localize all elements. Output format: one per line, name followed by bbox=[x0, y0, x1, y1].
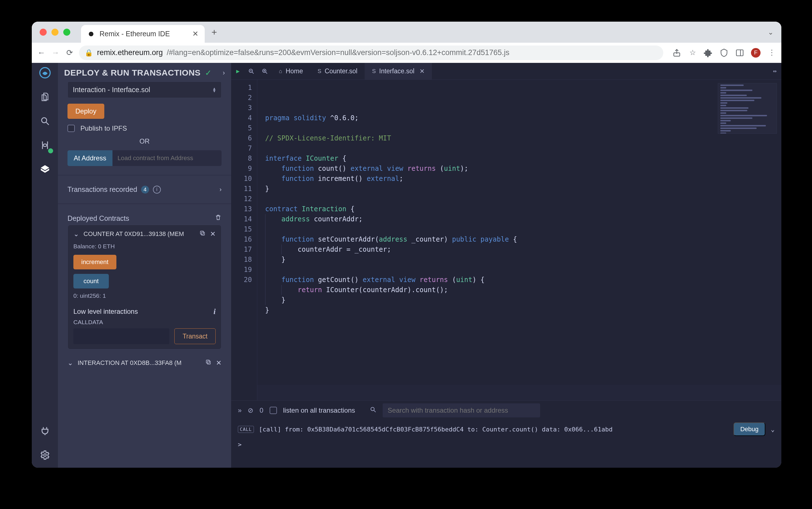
count-result: 0: uint256: 1 bbox=[73, 293, 216, 299]
tab-interface[interactable]: SInterface.sol✕ bbox=[365, 63, 432, 79]
clear-all-icon[interactable] bbox=[215, 214, 222, 223]
code-editor[interactable]: 1234567891011121314151617181920 pragma s… bbox=[231, 80, 781, 400]
chevron-down-icon[interactable]: ⌄ bbox=[67, 359, 73, 367]
svg-line-5 bbox=[46, 123, 49, 125]
browser-window: Remix - Ethereum IDE ✕ + ⌄ ← → ⟳ 🔒 remix… bbox=[32, 22, 781, 468]
svg-point-18 bbox=[371, 407, 374, 411]
browser-tab[interactable]: Remix - Ethereum IDE ✕ bbox=[81, 25, 205, 43]
url-path: /#lang=en&optimize=false&runs=200&evmVer… bbox=[167, 48, 509, 57]
solidity-file-icon: S bbox=[372, 68, 376, 74]
info-icon[interactable]: i bbox=[153, 186, 161, 194]
collapse-terminal-icon[interactable]: » bbox=[238, 406, 242, 414]
tab-title: Remix - Ethereum IDE bbox=[99, 30, 188, 38]
browser-tab-strip: Remix - Ethereum IDE ✕ + ⌄ bbox=[32, 22, 781, 43]
terminal-prompt[interactable]: > bbox=[238, 441, 775, 448]
deployed-contracts-title: Deployed Contracts bbox=[67, 214, 129, 223]
deploy-icon[interactable] bbox=[38, 163, 52, 176]
panel-expand-icon[interactable]: › bbox=[223, 69, 225, 77]
deployed-contracts-header: Deployed Contracts bbox=[67, 213, 222, 224]
tab-home[interactable]: ⌂Home bbox=[272, 63, 310, 79]
at-address-input[interactable] bbox=[113, 150, 222, 166]
tab-label: Counter.sol bbox=[325, 67, 357, 75]
count-button[interactable]: count bbox=[73, 274, 109, 289]
fullscreen-window-button[interactable] bbox=[63, 29, 70, 36]
side-panel: DEPLOY & RUN TRANSACTIONS ✓ › Interactio… bbox=[58, 63, 231, 468]
close-icon[interactable]: ✕ bbox=[216, 359, 222, 367]
transact-button[interactable]: Transact bbox=[174, 328, 216, 344]
close-icon[interactable]: ✕ bbox=[210, 230, 216, 238]
settings-icon[interactable] bbox=[38, 449, 52, 462]
calldata-label: CALLDATA bbox=[73, 319, 216, 326]
remix-logo-icon[interactable] bbox=[38, 66, 52, 79]
share-icon[interactable] bbox=[672, 48, 681, 57]
solidity-file-icon: S bbox=[317, 68, 321, 74]
plugin-manager-icon[interactable] bbox=[38, 425, 52, 437]
listen-checkbox[interactable] bbox=[270, 407, 277, 414]
kebab-menu-icon[interactable]: ⋮ bbox=[767, 48, 776, 57]
close-tab-icon[interactable]: ✕ bbox=[192, 30, 198, 38]
panel-body: Interaction - Interface.sol ▲▼ Deploy Pu… bbox=[58, 81, 231, 372]
address-bar[interactable]: 🔒 remix.ethereum.org/#lang=en&optimize=f… bbox=[79, 45, 663, 60]
star-icon[interactable]: ☆ bbox=[688, 48, 697, 57]
tx-recorded-section[interactable]: Transactions recorded 4 i › bbox=[67, 184, 222, 195]
close-tab-icon[interactable]: ✕ bbox=[419, 68, 425, 75]
run-script-icon[interactable]: ▶ bbox=[231, 65, 245, 78]
lock-icon: 🔒 bbox=[85, 49, 93, 57]
publish-ipfs-checkbox[interactable] bbox=[67, 125, 75, 132]
tx-count-badge: 4 bbox=[141, 186, 149, 194]
extensions-icon[interactable] bbox=[704, 48, 713, 57]
chevron-down-icon[interactable]: ⌄ bbox=[73, 230, 79, 238]
info-i-icon[interactable]: i bbox=[213, 307, 216, 316]
deploy-button[interactable]: Deploy bbox=[67, 104, 104, 119]
back-button[interactable]: ← bbox=[37, 48, 46, 57]
search-icon[interactable] bbox=[370, 406, 376, 415]
remix-favicon bbox=[87, 30, 95, 38]
close-window-button[interactable] bbox=[40, 29, 47, 36]
zoom-in-icon[interactable] bbox=[258, 65, 272, 78]
contract-card-counter: ⌄ COUNTER AT 0XD91...39138 (MEM ✕ Balanc… bbox=[67, 225, 222, 349]
select-arrows-icon: ▲▼ bbox=[212, 88, 216, 93]
copy-icon[interactable] bbox=[199, 230, 206, 238]
url-host: remix.ethereum.org bbox=[97, 48, 163, 57]
zoom-out-icon[interactable] bbox=[245, 65, 258, 78]
file-explorer-icon[interactable] bbox=[38, 91, 52, 103]
at-address-button[interactable]: At Address bbox=[67, 150, 113, 166]
remix-app: DEPLOY & RUN TRANSACTIONS ✓ › Interactio… bbox=[32, 63, 781, 468]
compiler-icon[interactable] bbox=[38, 139, 52, 152]
low-level-title: Low level interactions bbox=[73, 308, 138, 315]
profile-avatar[interactable]: F bbox=[751, 48, 760, 58]
brave-icon[interactable] bbox=[719, 48, 728, 57]
terminal-search-input[interactable] bbox=[383, 403, 540, 417]
check-icon: ✓ bbox=[205, 68, 212, 77]
chevron-right-icon[interactable]: › bbox=[220, 186, 222, 193]
terminal-toolbar: » ⊘ 0 listen on all transactions bbox=[231, 401, 781, 420]
search-icon[interactable] bbox=[38, 114, 52, 128]
forward-button[interactable]: → bbox=[51, 48, 60, 57]
copy-icon[interactable] bbox=[205, 359, 212, 367]
chevron-down-icon[interactable]: ⌄ bbox=[771, 426, 775, 433]
calldata-input[interactable] bbox=[73, 328, 169, 344]
svg-point-6 bbox=[43, 454, 46, 456]
minimize-window-button[interactable] bbox=[52, 29, 59, 36]
panel-header: DEPLOY & RUN TRANSACTIONS ✓ › bbox=[58, 63, 231, 81]
reload-button[interactable]: ⟳ bbox=[65, 48, 74, 57]
log-row[interactable]: CALL [call] from: 0x5B38Da6a701c568545dC… bbox=[238, 422, 775, 436]
increment-button[interactable]: increment bbox=[73, 255, 116, 269]
contract-card-interaction: ⌄ INTERACTION AT 0XD8B...33FA8 (M ✕ bbox=[67, 359, 222, 367]
debug-button[interactable]: Debug bbox=[733, 422, 765, 436]
contract-select[interactable]: Interaction - Interface.sol ▲▼ bbox=[67, 81, 222, 98]
clear-terminal-icon[interactable]: ⊘ bbox=[248, 406, 253, 414]
log-text: [call] from: 0x5B38Da6a701c568545dCfcB03… bbox=[259, 426, 613, 433]
tabs-menu-icon[interactable]: ⌄ bbox=[768, 28, 774, 36]
code-content[interactable]: pragma solidity ^0.6.0; // SPDX-License-… bbox=[257, 80, 781, 400]
svg-line-15 bbox=[266, 72, 267, 74]
tab-counter[interactable]: SCounter.sol bbox=[310, 63, 365, 79]
svg-rect-9 bbox=[207, 361, 210, 364]
tab-label: Interface.sol bbox=[379, 67, 414, 75]
new-tab-button[interactable]: + bbox=[212, 27, 217, 38]
home-icon: ⌂ bbox=[279, 68, 282, 74]
sidepanel-icon[interactable] bbox=[735, 48, 744, 57]
line-gutter: 1234567891011121314151617181920 bbox=[231, 80, 257, 400]
icon-rail bbox=[32, 63, 58, 468]
expand-editor-icon[interactable]: ⇔ bbox=[768, 65, 781, 78]
